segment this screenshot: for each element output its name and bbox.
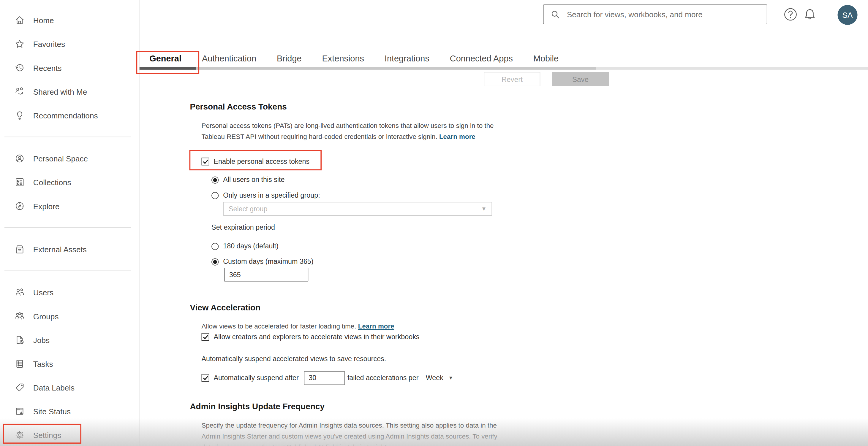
sidebar-item-label: Home: [33, 16, 54, 25]
sidebar-item-shared-with-me[interactable]: Shared with Me: [0, 79, 139, 103]
suspend-count-input[interactable]: [304, 371, 345, 385]
pat-scope-group-row: Only users in a specified group:: [211, 192, 320, 199]
view-acceleration-section-title: View Acceleration: [190, 303, 260, 312]
expiration-custom-label: Custom days (maximum 365): [223, 258, 313, 266]
suspend-period-value: Week: [426, 374, 443, 382]
enable-pat-checkbox[interactable]: [202, 158, 209, 165]
sidebar-item-recommendations[interactable]: Recommendations: [0, 104, 139, 127]
sidebar-item-label: Jobs: [33, 336, 50, 345]
sidebar-item-label: Recommendations: [33, 111, 98, 120]
pat-scope-group-radio[interactable]: [211, 192, 219, 199]
expiration-custom-row: Custom days (maximum 365): [211, 258, 313, 266]
tab-extensions[interactable]: Extensions: [322, 54, 364, 64]
chevron-down-icon: ▼: [481, 206, 487, 212]
sidebar-item-site-status[interactable]: Site Status: [0, 400, 139, 423]
sidebar-divider: [4, 137, 131, 137]
groups-icon: [14, 311, 25, 321]
checkmark-icon: [202, 375, 209, 381]
sidebar-item-label: Collections: [33, 178, 71, 187]
tab-connected-apps[interactable]: Connected Apps: [450, 54, 513, 64]
sidebar-item-label: Recents: [33, 63, 62, 72]
sidebar-item-label: External Assets: [33, 245, 87, 254]
avatar[interactable]: SA: [837, 5, 857, 25]
sidebar-item-label: Shared with Me: [33, 87, 87, 96]
pat-scope-all-label: All users on this site: [223, 176, 284, 184]
pat-scope-group-label: Only users in a specified group:: [223, 192, 320, 199]
sidebar-item-collections[interactable]: Collections: [0, 170, 139, 194]
tab-general[interactable]: General: [149, 54, 181, 64]
enable-pat-row: Enable personal access tokens: [202, 158, 310, 165]
sidebar-divider: [4, 271, 131, 271]
auto-suspend-row: Automatically suspend after failed accel…: [202, 371, 454, 385]
expiration-default-radio[interactable]: [211, 242, 219, 249]
users-icon: [14, 287, 25, 297]
save-button[interactable]: Save: [552, 72, 609, 86]
sidebar-item-settings[interactable]: Settings: [0, 423, 139, 446]
sidebar-item-personal-space[interactable]: Personal Space: [0, 146, 139, 170]
app-root: Home Favorites Recents Shared with Me: [0, 0, 868, 446]
star-icon: [14, 39, 25, 49]
sidebar-item-label: Personal Space: [33, 154, 88, 163]
allow-acceleration-checkbox[interactable]: [202, 333, 209, 341]
tab-authentication[interactable]: Authentication: [202, 54, 256, 64]
sidebar-item-label: Settings: [33, 431, 61, 440]
sidebar-item-label: Explore: [33, 202, 59, 210]
sidebar-item-label: Tasks: [33, 359, 53, 368]
pat-learn-more-link[interactable]: Learn more: [439, 132, 475, 140]
sidebar-item-label: Site Status: [33, 407, 71, 416]
view-acceleration-description: Allow views to be accelerated for faster…: [202, 321, 512, 332]
sidebar-item-label: Data Labels: [33, 383, 74, 392]
sidebar-item-tasks[interactable]: Tasks: [0, 352, 139, 376]
active-tab-indicator: [140, 67, 196, 70]
suspend-description: Automatically suspend accelerated views …: [202, 355, 386, 363]
group-select-dropdown[interactable]: Select group ▼: [223, 202, 492, 216]
search-box[interactable]: [543, 4, 767, 24]
collections-grid-icon: [14, 177, 25, 187]
search-icon: [550, 9, 561, 20]
sidebar-item-jobs[interactable]: Jobs: [0, 328, 139, 352]
admin-insights-description: Specify the update frequency for Admin I…: [202, 420, 509, 446]
sidebar-item-data-labels[interactable]: Data Labels: [0, 376, 139, 400]
auto-suspend-prefix-label: Automatically suspend after: [214, 374, 299, 382]
compass-icon: [14, 201, 25, 211]
tasks-clipboard-icon: [14, 358, 25, 369]
sidebar: Home Favorites Recents Shared with Me: [0, 0, 140, 446]
gear-icon: [14, 430, 25, 440]
auto-suspend-checkbox[interactable]: [202, 374, 209, 382]
view-acceleration-learn-more-link[interactable]: Learn more: [358, 322, 394, 330]
sidebar-item-users[interactable]: Users: [0, 280, 139, 304]
sidebar-item-explore[interactable]: Explore: [0, 194, 139, 218]
revert-button[interactable]: Revert: [484, 72, 540, 86]
person-circle-icon: [14, 153, 25, 164]
shared-with-me-icon: [14, 87, 25, 97]
enable-pat-label: Enable personal access tokens: [214, 158, 310, 165]
sidebar-item-home[interactable]: Home: [0, 8, 139, 32]
admin-insights-section-title: Admin Insights Update Frequency: [190, 402, 324, 411]
tag-icon: [14, 382, 25, 392]
sidebar-item-groups[interactable]: Groups: [0, 304, 139, 328]
help-icon[interactable]: [783, 6, 798, 22]
main-content: SA General Authentication Bridge Extensi…: [140, 0, 868, 446]
sidebar-item-label: Users: [33, 288, 54, 297]
pat-scope-all-radio[interactable]: [211, 176, 219, 183]
chevron-down-icon: ▼: [448, 375, 454, 381]
sidebar-item-label: Groups: [33, 312, 59, 320]
tab-integrations[interactable]: Integrations: [384, 54, 429, 64]
custom-days-input[interactable]: [224, 268, 308, 282]
sidebar-item-external-assets[interactable]: External Assets: [0, 237, 139, 261]
allow-acceleration-label: Allow creators and explorers to accelera…: [214, 333, 420, 341]
search-input[interactable]: [566, 9, 761, 20]
pat-scope-all-row: All users on this site: [211, 176, 284, 184]
expiration-default-row: 180 days (default): [211, 242, 279, 250]
external-assets-box-icon: [14, 244, 25, 254]
suspend-period-dropdown[interactable]: Week ▼: [426, 374, 454, 382]
tab-mobile[interactable]: Mobile: [533, 54, 559, 64]
tab-bridge[interactable]: Bridge: [277, 54, 302, 64]
expiration-custom-radio[interactable]: [211, 258, 219, 265]
pat-description: Personal access tokens (PATs) are long-l…: [202, 121, 501, 142]
expiration-default-label: 180 days (default): [223, 242, 279, 250]
sidebar-item-recents[interactable]: Recents: [0, 56, 139, 79]
notifications-bell-icon[interactable]: [802, 6, 817, 22]
checkmark-icon: [202, 159, 209, 165]
sidebar-item-favorites[interactable]: Favorites: [0, 32, 139, 56]
